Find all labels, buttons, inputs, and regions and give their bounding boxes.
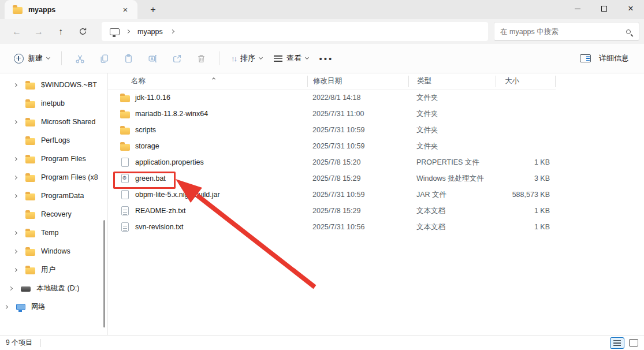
table-row[interactable]: application.properties 2025/7/8 15:20 PR… <box>108 154 644 170</box>
sidebar-item-inetpub[interactable]: inetpub <box>0 94 107 113</box>
table-row[interactable]: scripts 2025/7/31 10:59 文件夹 <box>108 122 644 138</box>
tab-title: myapps <box>28 6 119 14</box>
table-row[interactable]: svn-revision.txt 2025/7/31 10:56 文本文档 1 … <box>108 219 644 235</box>
file-size: 588,573 KB <box>496 191 556 199</box>
delete-button[interactable] <box>189 48 213 69</box>
sidebar-item-icon <box>25 83 35 90</box>
table-row[interactable]: storage 2025/7/31 10:59 文件夹 <box>108 138 644 154</box>
large-icons-view-toggle[interactable] <box>629 339 638 347</box>
new-button[interactable]: 新建 <box>8 48 55 69</box>
view-icon <box>274 55 282 62</box>
search-input[interactable] <box>500 28 626 36</box>
sidebar-item-label: Temp <box>41 229 59 237</box>
column-header-date[interactable]: 修改日期 <box>307 76 408 87</box>
cut-button[interactable] <box>68 48 92 69</box>
forward-button[interactable] <box>28 23 50 41</box>
sidebar-item--[interactable]: 网络 <box>0 297 107 316</box>
chevron-down-icon <box>305 55 309 59</box>
sidebar-item-label: 本地磁盘 (D:) <box>36 284 79 293</box>
chevron-right-icon[interactable] <box>13 120 17 124</box>
sidebar-item-icon <box>25 230 35 237</box>
folder-icon <box>13 7 23 14</box>
column-header-name[interactable]: 名称 <box>108 76 307 87</box>
sort-button[interactable]: 排序 <box>225 48 268 69</box>
close-button[interactable] <box>617 0 644 17</box>
sidebar-item-program-files[interactable]: Program Files <box>0 150 107 168</box>
chevron-right-icon[interactable] <box>13 249 17 253</box>
chevron-right-icon[interactable] <box>13 175 17 179</box>
sidebar-item-microsoft-shared[interactable]: Microsoft Shared <box>0 113 107 131</box>
share-button[interactable] <box>165 48 189 69</box>
copy-button[interactable] <box>92 48 116 69</box>
view-button[interactable]: 查看 <box>268 48 314 69</box>
breadcrumb-item-myapps[interactable]: myapps <box>137 28 163 36</box>
rename-button[interactable] <box>140 48 165 69</box>
sort-icon <box>231 54 236 63</box>
up-button[interactable] <box>50 23 72 41</box>
file-size: 1 KB <box>496 207 556 215</box>
new-tab-button[interactable] <box>144 2 162 17</box>
status-divider <box>40 339 41 347</box>
sidebar-item-label: ProgramData <box>41 192 84 200</box>
sidebar-item-icon <box>25 193 35 200</box>
sidebar-item-programdata[interactable]: ProgramData <box>0 187 107 205</box>
breadcrumb[interactable]: myapps <box>102 22 488 41</box>
search-box[interactable] <box>494 22 639 41</box>
chevron-down-icon <box>259 55 263 59</box>
sidebar-item--d-[interactable]: 本地磁盘 (D:) <box>0 279 107 297</box>
chevron-right-icon[interactable] <box>13 267 17 271</box>
view-button-label: 查看 <box>286 53 301 64</box>
chevron-right-icon[interactable] <box>13 230 17 234</box>
more-button[interactable] <box>314 48 338 69</box>
maximize-button[interactable] <box>591 0 617 17</box>
refresh-icon <box>79 27 87 36</box>
sidebar-item-windows[interactable]: Windows <box>0 242 107 260</box>
table-row[interactable]: obpm-lite-5.x.nightbuild.jar 2025/7/31 1… <box>108 187 644 203</box>
chevron-right-icon[interactable] <box>13 193 17 198</box>
table-row[interactable]: mariadb-11.8.2-winx64 2025/7/31 11:00 文件… <box>108 106 644 122</box>
paste-button[interactable] <box>116 48 140 69</box>
file-date: 2025/7/31 10:59 <box>307 191 408 199</box>
details-pane-icon <box>580 54 591 62</box>
sidebar-item-perflogs[interactable]: PerfLogs <box>0 131 107 150</box>
table-row[interactable]: README-zh.txt 2025/7/8 15:29 文本文档 1 KB <box>108 203 644 219</box>
table-row[interactable]: green.bat 2025/7/8 15:29 Windows 批处理文件 3… <box>108 170 644 187</box>
column-header-type[interactable]: 类型 <box>408 76 496 87</box>
table-row[interactable]: jdk-11.0.16 2022/8/1 14:18 文件夹 <box>108 90 644 106</box>
sidebar-item--[interactable]: 用户 <box>0 260 107 279</box>
sidebar-item-label: Program Files <box>41 155 86 163</box>
chevron-right-icon[interactable] <box>9 286 13 290</box>
search-icon[interactable] <box>626 29 631 34</box>
chevron-right-icon[interactable] <box>126 29 130 33</box>
file-icon <box>120 126 130 135</box>
chevron-right-icon[interactable] <box>170 29 174 33</box>
file-date: 2025/7/31 10:56 <box>307 223 408 231</box>
tab-close-icon[interactable] <box>119 3 132 16</box>
column-header-row: 名称 修改日期 类型 大小 <box>108 73 556 90</box>
sidebar-item--windows-bt[interactable]: $WINDOWS.~BT <box>0 76 107 94</box>
plus-circle-icon <box>14 54 24 64</box>
sidebar-item-program-files-x8[interactable]: Program Files (x8 <box>0 168 107 187</box>
back-button[interactable] <box>6 23 28 41</box>
details-view-toggle[interactable] <box>610 337 624 349</box>
chevron-right-icon[interactable] <box>13 83 17 87</box>
sidebar-item-temp[interactable]: Temp <box>0 224 107 242</box>
file-date: 2025/7/8 15:29 <box>307 207 408 215</box>
column-header-size[interactable]: 大小 <box>496 76 556 87</box>
file-type: PROPERTIES 文件 <box>408 158 496 167</box>
file-name: green.bat <box>135 174 166 183</box>
sidebar-item-recovery[interactable]: Recovery <box>0 205 107 224</box>
minimize-button[interactable] <box>564 0 591 17</box>
sidebar-scrollbar[interactable] <box>103 220 105 327</box>
file-icon <box>120 174 130 183</box>
sidebar-item-icon <box>16 304 25 310</box>
file-size: 1 KB <box>496 223 556 231</box>
file-size: 1 KB <box>496 158 556 166</box>
details-pane-button[interactable]: 详细信息 <box>574 48 635 69</box>
chevron-right-icon[interactable] <box>4 304 8 308</box>
refresh-button[interactable] <box>72 23 94 41</box>
sidebar-item-icon <box>25 249 35 256</box>
this-pc-icon <box>110 28 120 35</box>
tab-myapps[interactable]: myapps <box>5 0 137 19</box>
chevron-right-icon[interactable] <box>13 157 17 161</box>
